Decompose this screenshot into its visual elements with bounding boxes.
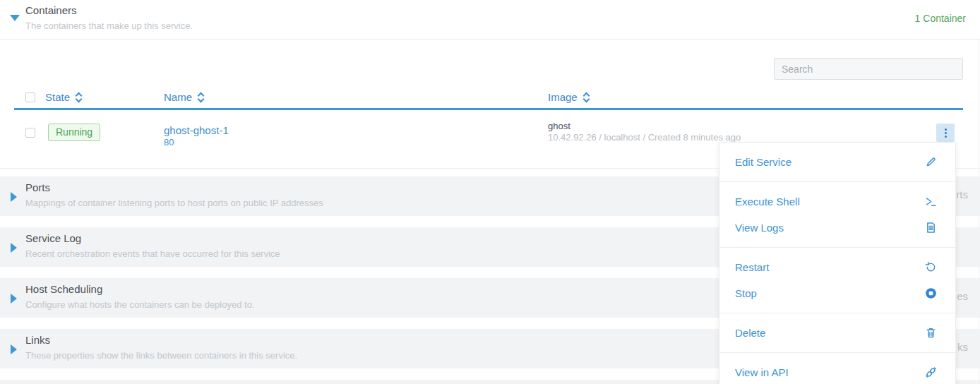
menu-item-stop[interactable]: Stop	[719, 280, 955, 306]
select-all-checkbox[interactable]	[25, 92, 35, 102]
section-title-service-log: Service Log	[25, 232, 81, 244]
section-subtitle-containers: The containers that make up this service…	[25, 20, 193, 31]
name-cell: ghost-ghost-1 80	[164, 124, 229, 148]
status-badge: Running	[48, 124, 100, 141]
expand-caret-icon[interactable]	[11, 294, 17, 304]
menu-item-restart[interactable]: Restart	[719, 254, 955, 280]
menu-item-view-in-api[interactable]: View in API	[719, 359, 955, 384]
image-cell: ghost 10.42.92.26 / localhost / Created …	[548, 121, 741, 143]
section-count-fragment: ks	[957, 341, 968, 353]
section-subtitle-service-log: Recent orchestration events that have oc…	[25, 248, 280, 259]
row-actions-menu: Edit Service Execute Shell View Logs Res…	[719, 142, 956, 384]
api-link-icon	[925, 366, 937, 378]
section-subtitle-host-scheduling: Configure what hosts the containers can …	[25, 299, 255, 310]
column-header-name[interactable]: Name	[164, 91, 203, 103]
collapse-caret-icon[interactable]	[10, 15, 20, 21]
containers-table-header: State Name Image	[14, 89, 963, 110]
menu-item-execute-shell[interactable]: Execute Shell	[719, 188, 955, 215]
search-input[interactable]	[774, 58, 963, 80]
menu-item-delete[interactable]: Delete	[719, 320, 955, 346]
column-header-image[interactable]: Image	[548, 91, 589, 103]
section-count-fragment: rts	[956, 188, 968, 200]
menu-item-view-logs[interactable]: View Logs	[719, 215, 955, 241]
sort-icon	[584, 93, 589, 102]
expand-caret-icon[interactable]	[11, 344, 17, 354]
expand-caret-icon[interactable]	[11, 243, 17, 253]
pencil-icon	[925, 156, 937, 168]
section-subtitle-ports: Mappings of container listening ports to…	[25, 198, 323, 208]
sort-icon	[198, 93, 203, 102]
container-name-link[interactable]: ghost-ghost-1	[164, 124, 229, 136]
image-details: 10.42.92.26 / localhost / Created 8 minu…	[548, 132, 741, 143]
section-subtitle-links: These properties show the links between …	[25, 350, 297, 361]
container-count-badge: 1 Container	[915, 13, 966, 24]
section-count-fragment: es	[957, 290, 968, 302]
row-actions-kebab-button[interactable]	[936, 124, 955, 142]
section-title-host-scheduling: Host Scheduling	[25, 283, 102, 295]
section-title-containers: Containers	[25, 4, 77, 16]
kebab-icon	[945, 128, 947, 131]
section-title-ports: Ports	[25, 181, 50, 193]
image-name: ghost	[548, 121, 741, 132]
terminal-icon	[925, 196, 937, 208]
container-port: 80	[164, 136, 229, 148]
row-checkbox[interactable]	[25, 128, 35, 138]
sort-icon	[76, 93, 81, 102]
containers-section-header: Containers The containers that make up t…	[0, 0, 980, 40]
expand-caret-icon[interactable]	[11, 192, 17, 202]
section-title-links: Links	[25, 334, 50, 346]
stop-icon	[925, 287, 937, 299]
menu-item-edit-service[interactable]: Edit Service	[719, 149, 955, 175]
restart-icon	[925, 261, 937, 273]
column-header-state[interactable]: State	[45, 91, 81, 103]
file-icon	[925, 222, 937, 234]
trash-icon	[925, 327, 937, 339]
